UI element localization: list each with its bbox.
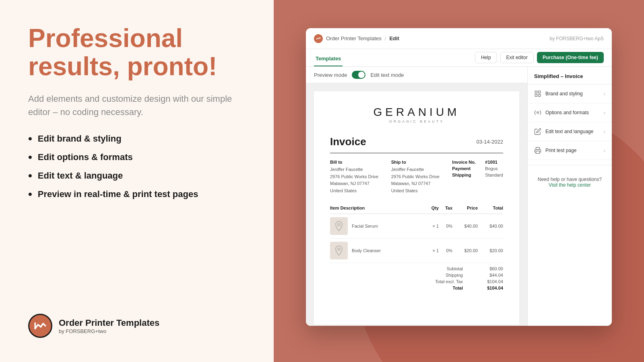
sidebar-print-label: Print test page <box>545 148 576 153</box>
sidebar-item-print[interactable]: Print test page › <box>528 141 612 160</box>
edit-text-icon <box>534 128 541 135</box>
edit-text-mode-label: Edit text mode <box>370 72 404 78</box>
sidebar-help-text: Need help or have questions? <box>534 177 605 182</box>
item-desc-1: Body Cleanser <box>330 239 425 263</box>
total-row: Total $104.04 <box>427 286 503 290</box>
logo-sub: by FORSBERG+two <box>59 328 159 334</box>
breadcrumb-sep: / <box>385 35 386 41</box>
sidebar-title: Simplified – Invoice <box>528 67 612 84</box>
svg-rect-2 <box>535 91 537 93</box>
sidebar-item-brand[interactable]: Brand and styling › <box>528 84 612 103</box>
payment-label: Payment <box>452 166 480 171</box>
logo-title: Order Printer Templates <box>59 318 159 328</box>
item-thumb-1 <box>330 242 348 259</box>
total-excl-row: Total excl. Tax $104.04 <box>427 279 503 284</box>
preview-area: Preview mode Edit text mode GERANIUM ORG… <box>306 67 527 326</box>
sidebar-item-options-left: Options and formats <box>534 109 589 116</box>
shipping-cost-val: $44.04 <box>479 273 503 278</box>
svg-rect-4 <box>535 95 537 97</box>
mode-bar: Preview mode Edit text mode <box>306 67 527 83</box>
bill-to-label: Bill to <box>330 160 379 165</box>
print-icon <box>534 147 541 154</box>
bullet-item-2: Edit options & formats <box>28 152 246 163</box>
totals-section: Subtotal $60.00 Shipping $44.04 Total ex… <box>330 266 503 290</box>
bill-to-addr1: 2976 Public Works Drive <box>330 173 379 181</box>
invoice-title: Invoice <box>330 136 366 148</box>
invoice-no-val: #1001 <box>485 160 497 165</box>
bullet-item-4: Preview in real-time & print test pages <box>28 189 246 200</box>
bullet-item-1: Edit brand & styling <box>28 133 246 144</box>
tab-actions: Help Exit editor Purchase (One-time fee) <box>475 52 604 66</box>
invoice-addr-row: Bill to Jeniffer Faucette 2976 Public Wo… <box>330 160 503 194</box>
right-sidebar: Simplified – Invoice Brand and styling <box>527 67 612 326</box>
ship-to-country: United States <box>391 187 440 195</box>
ship-to-name: Jeniffer Faucette <box>391 166 440 173</box>
subtext: Add elements and customize design with o… <box>28 92 246 119</box>
col-total: Total <box>478 202 503 214</box>
headline: Professional results, pronto! <box>28 24 246 81</box>
right-panel: Order Printer Templates / Edit by FORSBE… <box>274 0 644 362</box>
invoice-brand-name: GERANIUM <box>330 106 503 119</box>
purchase-button[interactable]: Purchase (One-time fee) <box>537 52 604 63</box>
breadcrumb-edit: Edit <box>389 35 399 41</box>
exit-editor-button[interactable]: Exit editor <box>500 52 534 63</box>
sidebar-item-edit-text[interactable]: Edit text and language › <box>528 122 612 141</box>
app-logo-icon <box>28 314 52 338</box>
bullet-item-3: Edit text & language <box>28 170 246 181</box>
item-total-1: $20.00 <box>478 239 503 263</box>
ship-to-label: Ship to <box>391 160 440 165</box>
sidebar-item-print-left: Print test page <box>534 147 576 154</box>
item-desc-0: Facial Serum <box>330 214 425 239</box>
item-qty-0: × 1 <box>425 214 439 239</box>
col-tax: Tax <box>439 202 452 214</box>
item-name-1: Body Cleanser <box>352 248 381 253</box>
shipping-val: Standard <box>485 173 503 177</box>
item-name-0: Facial Serum <box>352 224 378 228</box>
total-val: $104.04 <box>479 286 503 290</box>
svg-rect-5 <box>539 95 541 97</box>
help-center-link[interactable]: Visit the help center <box>534 182 605 188</box>
options-icon <box>534 109 541 116</box>
bill-to-name: Jeniffer Faucette <box>330 166 379 173</box>
sidebar-item-options[interactable]: Options and formats › <box>528 103 612 122</box>
shipping-cost-row: Shipping $44.04 <box>427 273 503 278</box>
brand-chevron-icon: › <box>603 90 605 97</box>
sidebar-item-edit-text-left: Edit text and language <box>534 128 593 135</box>
preview-toggle[interactable] <box>352 71 365 79</box>
svg-rect-7 <box>536 151 540 154</box>
subtotal-val: $60.00 <box>479 266 503 271</box>
brand-icon <box>534 90 541 97</box>
invoice-logo: GERANIUM ORGANIC BEAUTY <box>330 106 503 123</box>
print-chevron-icon: › <box>603 147 605 154</box>
invoice-header-row: Invoice 03-14-2022 <box>330 136 503 153</box>
items-table: Item Description Qty Tax Price Total <box>330 202 503 263</box>
logo-area: Order Printer Templates by FORSBERG+two <box>28 314 246 338</box>
app-topbar-left: Order Printer Templates / Edit <box>314 34 399 43</box>
tab-templates[interactable]: Templates <box>314 51 343 66</box>
col-price: Price <box>452 202 478 214</box>
help-button[interactable]: Help <box>475 52 497 63</box>
ship-to-addr2: Matawan, NJ 07747 <box>391 180 440 187</box>
svg-rect-3 <box>539 91 541 93</box>
item-thumb-0 <box>330 217 348 235</box>
logo-text: Order Printer Templates by FORSBERG+two <box>59 318 159 334</box>
meta-payment: Payment Bogus <box>452 166 503 171</box>
total-excl-val: $104.04 <box>479 279 503 284</box>
app-window: Order Printer Templates / Edit by FORSBE… <box>306 28 612 326</box>
ship-to-block: Ship to Jeniffer Faucette 2976 Public Wo… <box>391 160 440 194</box>
svg-point-6 <box>537 112 539 114</box>
item-total-0: $40.00 <box>478 214 503 239</box>
bill-to-addr2: Matawan, NJ 07747 <box>330 180 379 187</box>
sidebar-edit-text-label: Edit text and language <box>545 129 593 134</box>
svg-point-1 <box>338 248 340 251</box>
item-tax-0: 0% <box>439 214 452 239</box>
svg-point-0 <box>338 224 340 226</box>
edit-text-chevron-icon: › <box>603 128 605 135</box>
bill-to-block: Bill to Jeniffer Faucette 2976 Public Wo… <box>330 160 379 194</box>
bullet-list: Edit brand & styling Edit options & form… <box>28 133 246 200</box>
left-panel: Professional results, pronto! Add elemen… <box>0 0 274 362</box>
col-qty: Qty <box>425 202 439 214</box>
total-label: Total <box>427 286 463 290</box>
app-logo-small <box>314 34 323 43</box>
item-qty-1: × 1 <box>425 239 439 263</box>
